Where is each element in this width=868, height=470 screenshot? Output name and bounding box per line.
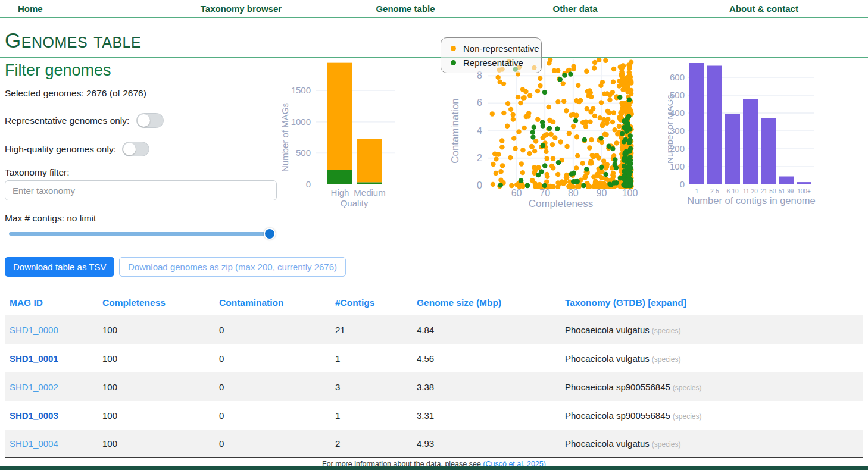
- svg-text:0: 0: [680, 179, 685, 189]
- svg-text:0: 0: [477, 180, 482, 190]
- nav-item-home[interactable]: Home: [18, 4, 43, 14]
- footer-bar: [0, 466, 868, 470]
- svg-text:100: 100: [622, 188, 638, 198]
- svg-text:2: 2: [477, 153, 482, 163]
- quality-stacked-bar-chart: 050010001500HighMediumQualityNumber of M…: [279, 58, 398, 213]
- download-tsv-button[interactable]: Download table as TSV: [5, 257, 114, 277]
- high-quality-toggle[interactable]: [122, 142, 149, 156]
- cell-mag-id: SHD1_0001: [5, 353, 98, 364]
- svg-text:100+: 100+: [797, 188, 811, 195]
- nav-divider: [0, 17, 868, 18]
- taxonomy-filter-input[interactable]: [5, 180, 277, 200]
- cell-contigs: 1: [330, 411, 412, 421]
- svg-text:1500: 1500: [291, 85, 311, 95]
- svg-text:Completeness: Completeness: [529, 198, 594, 209]
- toggle-knob: [123, 143, 136, 155]
- svg-text:2-5: 2-5: [710, 188, 719, 195]
- col-header-mag-id[interactable]: MAG ID: [5, 297, 98, 308]
- cell-mag-id: SHD1_0003: [5, 411, 98, 421]
- svg-text:Number of MAGs: Number of MAGs: [668, 95, 675, 164]
- completeness-contamination-scatter: 6070809010002468CompletenessContaminatio…: [442, 55, 638, 215]
- cell-contamination: 0: [214, 325, 330, 335]
- col-header-taxonomy[interactable]: Taxonomy (GTDB) [expand]: [560, 297, 863, 308]
- title-divider: [0, 57, 868, 58]
- cell-genome-size: 4.84: [412, 325, 560, 335]
- max-contigs-label: Max # contigs: no limit: [5, 213, 96, 224]
- cell-mag-id: SHD1_0004: [5, 438, 98, 449]
- cell-taxonomy: Phocaeicola vulgatus(species): [560, 353, 863, 364]
- nav-item-about-contact[interactable]: About & contact: [729, 4, 798, 14]
- cell-completeness: 100: [98, 353, 214, 364]
- svg-text:6: 6: [477, 98, 482, 108]
- cell-taxonomy: Phocaeicola vulgatus(species): [560, 438, 863, 449]
- cell-contamination: 0: [214, 382, 330, 392]
- nav-item-other-data[interactable]: Other data: [552, 4, 597, 14]
- col-header-contamination[interactable]: Contamination: [214, 297, 330, 308]
- legend-item-non-representative[interactable]: Non-representative: [441, 41, 541, 55]
- mag-id-link[interactable]: SHD1_0004: [10, 438, 58, 449]
- svg-text:1: 1: [695, 188, 699, 195]
- table-row: SHD1_0003100013.31Phocaeicola sp90055684…: [5, 401, 863, 430]
- legend-item-representative[interactable]: Representative: [441, 55, 541, 70]
- cell-contigs: 21: [330, 325, 412, 335]
- mag-id-link[interactable]: SHD1_0003: [10, 411, 58, 421]
- cell-taxonomy: Phocaeicola vulgatus(species): [560, 325, 863, 335]
- legend-dot-orange: [451, 46, 456, 51]
- representative-toggle-label: Representative genomes only:: [5, 115, 129, 126]
- table-row: SHD1_00001000214.84Phocaeicola vulgatus(…: [5, 315, 863, 344]
- cell-mag-id: SHD1_0000: [5, 325, 98, 335]
- top-nav: Home Taxonomy browser Genome table Other…: [0, 0, 868, 17]
- col-header-contigs[interactable]: #Contigs: [330, 297, 412, 308]
- cell-completeness: 100: [98, 382, 214, 392]
- cell-mag-id: SHD1_0002: [5, 382, 98, 392]
- svg-text:80: 80: [568, 188, 579, 198]
- slider-handle[interactable]: [264, 228, 276, 240]
- table-header-row: MAG ID Completeness Contamination #Conti…: [5, 290, 863, 315]
- table-row: SHD1_0004100024.93Phocaeicola vulgatus(s…: [5, 430, 863, 458]
- svg-text:21-50: 21-50: [761, 188, 776, 195]
- cell-contigs: 3: [330, 382, 412, 392]
- cell-taxonomy: Phocaeicola sp900556845(species): [560, 382, 863, 392]
- filter-heading: Filter genomes: [5, 61, 111, 80]
- cell-completeness: 100: [98, 411, 214, 421]
- selected-genomes-count: Selected genomes: 2676 (of 2676): [5, 88, 146, 99]
- cell-contigs: 2: [330, 438, 412, 449]
- max-contigs-slider[interactable]: [9, 232, 271, 236]
- mag-id-link[interactable]: SHD1_0000: [10, 325, 58, 335]
- svg-text:70: 70: [539, 188, 550, 198]
- cell-taxonomy: Phocaeicola sp900556845(species): [560, 411, 863, 421]
- legend-label: Representative: [463, 58, 523, 68]
- contigs-histogram: 010020030040050060012-56-1011-2021-5051-…: [668, 55, 817, 208]
- cell-genome-size: 3.38: [412, 382, 560, 392]
- genomes-table: MAG ID Completeness Contamination #Conti…: [5, 290, 863, 458]
- representative-toggle[interactable]: [136, 113, 164, 128]
- svg-text:Contamination: Contamination: [449, 98, 461, 164]
- svg-text:4: 4: [477, 126, 482, 136]
- col-header-genome-size[interactable]: Genome size (Mbp): [412, 297, 560, 308]
- page-title: Genomes table: [5, 29, 141, 52]
- legend-label: Non-representative: [463, 43, 539, 54]
- table-body: SHD1_00001000214.84Phocaeicola vulgatus(…: [5, 315, 863, 458]
- download-zip-button[interactable]: Download genomes as zip (max 200, curren…: [119, 257, 346, 277]
- svg-text:Medium: Medium: [354, 187, 385, 198]
- nav-item-genome-table[interactable]: Genome table: [376, 4, 435, 14]
- svg-text:60: 60: [511, 188, 522, 198]
- col-header-completeness[interactable]: Completeness: [98, 297, 214, 308]
- taxonomy-filter-label: Taxonomy filter:: [5, 167, 70, 178]
- cell-contamination: 0: [214, 411, 330, 421]
- svg-text:0: 0: [306, 179, 311, 189]
- mag-id-link[interactable]: SHD1_0002: [10, 382, 58, 392]
- svg-text:90: 90: [597, 188, 607, 198]
- high-quality-toggle-label: High-quality genomes only:: [5, 144, 116, 155]
- svg-text:Number of contigs in genome: Number of contigs in genome: [687, 195, 816, 206]
- table-row: SHD1_0002100033.38Phocaeicola sp90055684…: [5, 372, 863, 401]
- svg-text:500: 500: [296, 148, 311, 158]
- nav-item-taxonomy-browser[interactable]: Taxonomy browser: [201, 4, 282, 14]
- svg-text:600: 600: [670, 72, 685, 82]
- chart-legend: Non-representative Representative: [441, 37, 542, 73]
- legend-dot-green: [451, 60, 456, 65]
- svg-text:Number of MAGs: Number of MAGs: [280, 103, 290, 172]
- cell-genome-size: 4.93: [412, 438, 560, 449]
- mag-id-link[interactable]: SHD1_0001: [10, 353, 58, 364]
- svg-text:Quality: Quality: [341, 198, 369, 208]
